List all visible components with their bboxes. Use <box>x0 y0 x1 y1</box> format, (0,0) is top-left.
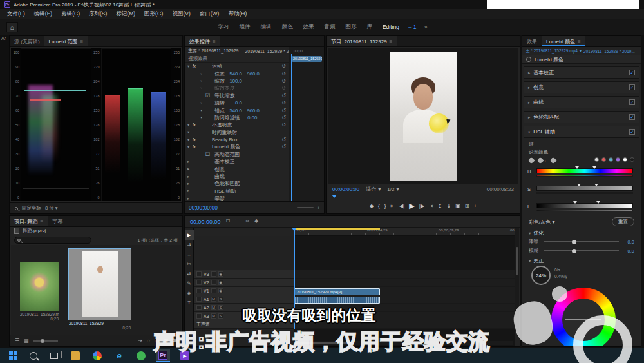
linked-selection-icon[interactable]: ∞ <box>245 218 249 225</box>
effect-row-rotation[interactable]: ◔ 旋转 0.0 ↺ <box>185 99 289 106</box>
program-scrubber[interactable] <box>332 195 515 199</box>
effect-row-antiflicker[interactable]: ◔ 防闪烁滤镜 0.00 ↺ <box>185 114 289 121</box>
sequence-clip-label[interactable]: 20190811_152929 * 20... <box>245 49 289 54</box>
program-monitor-tab[interactable]: 节目: 20190811_152929≡ <box>327 36 397 46</box>
scope-bit-depth-select[interactable]: 8 位 ▾ <box>45 205 58 211</box>
scrubber-playhead[interactable] <box>332 195 337 198</box>
effect-row-scale[interactable]: ◔ 缩放 100.0 ↺ <box>185 77 289 84</box>
param-value[interactable]: 960.0 <box>242 71 260 77</box>
swatch-red[interactable] <box>601 157 606 162</box>
twirl-icon[interactable]: ▾ <box>187 64 193 69</box>
effect-row-uniform-scale[interactable]: ☑ 等比缩放 ↺ <box>185 92 289 99</box>
reset-icon[interactable]: ↺ <box>281 144 286 150</box>
blur-value[interactable]: 0.0 <box>624 248 634 254</box>
twirl-icon[interactable]: ▸ <box>528 70 530 75</box>
track-label[interactable]: V2 <box>204 280 209 285</box>
workspace-tab-libraries[interactable]: 库 <box>361 22 377 32</box>
lift-button[interactable]: ↥ <box>438 203 442 209</box>
reset-button[interactable]: 重置 <box>612 217 634 226</box>
workspace-tab-custom[interactable]: Editing <box>377 23 404 32</box>
stopwatch-icon[interactable]: ◔ <box>200 86 205 90</box>
effect-row-opacity[interactable]: ▾ fx 不透明度 ↺ <box>185 121 289 128</box>
twirl-icon[interactable]: ▸ <box>187 159 193 164</box>
effect-row-lumetri-color[interactable]: ▾ fx Lumetri 颜色 ↺ <box>185 143 289 150</box>
track-visibility-toggle[interactable]: ◉ <box>218 280 223 285</box>
work-area-bar[interactable] <box>294 228 380 230</box>
panel-menu-icon[interactable]: ≡ <box>40 219 43 224</box>
hue-falloff-slider[interactable] <box>536 175 633 177</box>
effect-controls-tab[interactable]: 效果控件≡ <box>185 36 220 46</box>
playhead-cap[interactable] <box>292 228 297 231</box>
workspace-tab-audio[interactable]: 音频 <box>319 22 340 32</box>
correction-header[interactable]: ▾更正 <box>529 257 544 264</box>
project-file-label[interactable]: 舞蹈.prproj <box>23 228 46 234</box>
effect-row-position[interactable]: ◔ 位置 540.0 960.0 ↺ <box>185 70 289 77</box>
menu-edit[interactable]: 编辑(E) <box>30 9 57 19</box>
lumetri-section-hsl[interactable]: ▾ HSL 辅助 ✓ <box>524 126 639 138</box>
extract-button[interactable]: ↧ <box>446 203 451 209</box>
lumetri-section-basic-correction[interactable]: ▸ 基本校正 ✓ <box>524 66 639 79</box>
swatch-gray[interactable] <box>594 157 599 162</box>
track-visibility-toggle[interactable]: ◉ <box>218 288 223 293</box>
lumetri-scopes-tab[interactable]: Lumetri 范围≡ <box>44 36 88 46</box>
project-tab[interactable]: 项目: 舞蹈≡ <box>10 216 48 226</box>
fit-select[interactable]: 适合▾ <box>366 186 381 193</box>
menu-help[interactable]: 帮助(H) <box>223 9 251 19</box>
swatch-purple[interactable] <box>616 157 620 162</box>
zoom-out-icon[interactable]: − <box>291 205 294 211</box>
source-monitor-tab[interactable]: 源:(无剪辑) <box>10 36 44 46</box>
track-lock-toggle[interactable] <box>211 271 216 277</box>
master-clip-label[interactable]: 主要 * 20190811_152929... <box>188 48 242 54</box>
track-lock-toggle[interactable] <box>211 280 216 285</box>
stopwatch-icon[interactable]: ◔ <box>200 108 205 113</box>
track-lane[interactable] <box>294 270 515 278</box>
program-viewer[interactable] <box>328 48 518 184</box>
effect-row-scale-width[interactable]: ◔ 缩放宽度 ↺ <box>185 84 289 92</box>
workspace-tab-editing[interactable]: 编辑 <box>255 22 276 32</box>
param-value[interactable]: 960.0 <box>242 108 260 113</box>
correction-amount-badge[interactable]: 24% <box>531 266 551 285</box>
source-assign-toggle[interactable] <box>196 288 202 293</box>
reset-icon[interactable]: ↺ <box>281 85 286 91</box>
menu-sequence[interactable]: 序列(S) <box>84 9 111 19</box>
video-thumbnail[interactable] <box>20 262 59 311</box>
section-checkbox[interactable]: ✓ <box>629 129 635 135</box>
source-assign-toggle[interactable] <box>196 271 202 277</box>
twirl-icon[interactable]: ▸ <box>187 196 193 201</box>
section-checkbox[interactable]: ✓ <box>629 99 635 105</box>
denoise-slider[interactable] <box>544 241 619 242</box>
section-checkbox[interactable]: ✓ <box>629 70 635 75</box>
vertical-scrollbar[interactable] <box>515 228 519 331</box>
lumetri-section-creative[interactable]: ▸ 创意 ✓ <box>524 81 639 93</box>
reset-icon[interactable]: ↺ <box>281 100 286 106</box>
reset-icon[interactable]: ↺ <box>281 93 286 99</box>
go-to-in-button[interactable]: ⇤ <box>390 203 395 209</box>
workspace-tab-assembly[interactable]: 组件 <box>234 22 255 32</box>
selection-tool[interactable]: ▶ <box>185 230 194 240</box>
twirl-icon[interactable]: ▾ <box>187 123 193 128</box>
lumetri-color-tab[interactable]: Lumetri 颜色≡ <box>542 36 585 46</box>
pen-tool[interactable]: ✎ <box>185 279 194 288</box>
lumetri-clip-label[interactable]: 20190811_152929 * 2019... <box>583 49 635 54</box>
project-item-sequence[interactable]: 20190811_152929 8;23 <box>69 249 131 330</box>
swatch-black[interactable] <box>630 157 634 162</box>
luma-falloff-slider[interactable] <box>536 210 633 211</box>
mark-in-button[interactable]: { <box>378 203 380 209</box>
ripple-edit-tool[interactable]: ↔ <box>185 250 194 259</box>
workspace-tab-learning[interactable]: 学习 <box>213 22 234 32</box>
twirl-icon[interactable]: ▸ <box>187 188 193 193</box>
timeline-timecode[interactable]: 00;00;00;00 <box>190 219 221 225</box>
stopwatch-icon[interactable]: ◔ <box>200 101 205 105</box>
mark-out-button[interactable]: } <box>384 203 386 209</box>
reset-icon[interactable]: ↺ <box>281 78 286 84</box>
twirl-icon[interactable]: ▸ <box>528 115 530 120</box>
home-button[interactable]: ⌂ <box>6 22 18 32</box>
lane-clip[interactable]: 20190811_152929 <box>292 56 322 62</box>
go-to-out-button[interactable]: ⇥ <box>429 203 433 209</box>
workspace-tab-color[interactable]: 颜色 <box>276 22 298 32</box>
lumetri-master-label[interactable]: 主 * 20190811_152929.mp4 <box>526 48 578 54</box>
section-checkbox[interactable]: ✓ <box>629 84 635 90</box>
workspace-tab-effects[interactable]: 效果 <box>298 22 319 32</box>
razor-tool[interactable]: ✂ <box>185 259 194 269</box>
project-item-video[interactable]: 20190811_152929.mp4 8;23 <box>20 262 59 321</box>
